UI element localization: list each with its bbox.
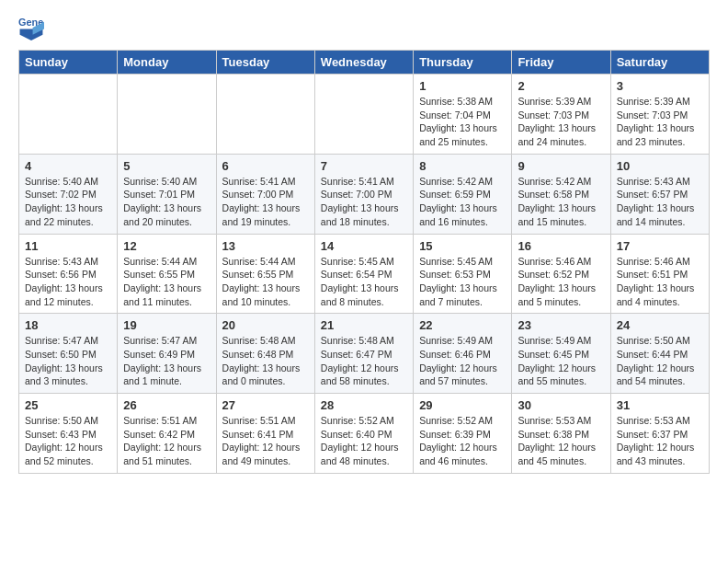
day-info: Sunrise: 5:50 AMSunset: 6:44 PMDaylight:… [617, 334, 703, 388]
page: General SundayMondayTuesdayWednesdayThur… [0, 0, 728, 488]
day-cell-empty-0-3 [314, 75, 413, 155]
week-row-1: 1Sunrise: 5:38 AMSunset: 7:04 PMDaylight… [19, 75, 710, 155]
day-number: 29 [419, 398, 506, 412]
day-cell-16: 16Sunrise: 5:46 AMSunset: 6:52 PMDayligh… [512, 234, 610, 314]
day-cell-31: 31Sunrise: 5:53 AMSunset: 6:37 PMDayligh… [610, 394, 709, 474]
day-info: Sunrise: 5:52 AMSunset: 6:39 PMDaylight:… [419, 414, 506, 468]
header-row: SundayMondayTuesdayWednesdayThursdayFrid… [19, 51, 710, 75]
day-info: Sunrise: 5:42 AMSunset: 6:58 PMDaylight:… [518, 175, 604, 229]
day-info: Sunrise: 5:40 AMSunset: 7:02 PMDaylight:… [25, 175, 111, 229]
day-cell-2: 2Sunrise: 5:39 AMSunset: 7:03 PMDaylight… [512, 75, 610, 155]
day-info: Sunrise: 5:51 AMSunset: 6:41 PMDaylight:… [222, 414, 309, 468]
day-cell-empty-0-1 [118, 75, 216, 155]
day-info: Sunrise: 5:52 AMSunset: 6:40 PMDaylight:… [321, 414, 407, 468]
day-info: Sunrise: 5:45 AMSunset: 6:53 PMDaylight:… [419, 255, 506, 309]
day-info: Sunrise: 5:43 AMSunset: 6:56 PMDaylight:… [25, 255, 111, 309]
day-number: 7 [321, 159, 407, 173]
day-info: Sunrise: 5:53 AMSunset: 6:37 PMDaylight:… [617, 414, 703, 468]
day-number: 30 [518, 398, 604, 412]
col-header-wednesday: Wednesday [314, 51, 413, 75]
day-cell-13: 13Sunrise: 5:44 AMSunset: 6:55 PMDayligh… [216, 234, 314, 314]
day-cell-4: 4Sunrise: 5:40 AMSunset: 7:02 PMDaylight… [19, 154, 118, 234]
day-number: 15 [419, 239, 506, 253]
col-header-sunday: Sunday [19, 51, 118, 75]
day-info: Sunrise: 5:53 AMSunset: 6:38 PMDaylight:… [518, 414, 604, 468]
day-number: 3 [617, 79, 703, 93]
day-number: 19 [123, 318, 210, 332]
day-number: 24 [617, 318, 703, 332]
day-number: 27 [222, 398, 309, 412]
day-cell-empty-0-2 [216, 75, 314, 155]
week-row-2: 4Sunrise: 5:40 AMSunset: 7:02 PMDaylight… [19, 154, 710, 234]
day-cell-22: 22Sunrise: 5:49 AMSunset: 6:46 PMDayligh… [414, 314, 512, 394]
day-cell-26: 26Sunrise: 5:51 AMSunset: 6:42 PMDayligh… [118, 394, 216, 474]
day-cell-3: 3Sunrise: 5:39 AMSunset: 7:03 PMDaylight… [610, 75, 709, 155]
day-cell-25: 25Sunrise: 5:50 AMSunset: 6:43 PMDayligh… [19, 394, 118, 474]
day-info: Sunrise: 5:43 AMSunset: 6:57 PMDaylight:… [617, 175, 703, 229]
day-info: Sunrise: 5:44 AMSunset: 6:55 PMDaylight:… [123, 255, 210, 309]
day-number: 20 [222, 318, 309, 332]
day-cell-18: 18Sunrise: 5:47 AMSunset: 6:50 PMDayligh… [19, 314, 118, 394]
day-number: 13 [222, 239, 309, 253]
day-info: Sunrise: 5:38 AMSunset: 7:04 PMDaylight:… [419, 95, 506, 149]
day-number: 2 [518, 79, 604, 93]
day-cell-12: 12Sunrise: 5:44 AMSunset: 6:55 PMDayligh… [118, 234, 216, 314]
day-number: 22 [419, 318, 506, 332]
day-number: 5 [123, 159, 210, 173]
day-cell-7: 7Sunrise: 5:41 AMSunset: 7:00 PMDaylight… [314, 154, 413, 234]
col-header-tuesday: Tuesday [216, 51, 314, 75]
day-cell-29: 29Sunrise: 5:52 AMSunset: 6:39 PMDayligh… [414, 394, 512, 474]
day-info: Sunrise: 5:46 AMSunset: 6:51 PMDaylight:… [617, 255, 703, 309]
day-cell-10: 10Sunrise: 5:43 AMSunset: 6:57 PMDayligh… [610, 154, 709, 234]
day-info: Sunrise: 5:49 AMSunset: 6:46 PMDaylight:… [419, 334, 506, 388]
day-number: 18 [25, 318, 111, 332]
day-info: Sunrise: 5:50 AMSunset: 6:43 PMDaylight:… [25, 414, 111, 468]
day-number: 28 [321, 398, 407, 412]
day-number: 31 [617, 398, 703, 412]
day-info: Sunrise: 5:48 AMSunset: 6:48 PMDaylight:… [222, 334, 309, 388]
day-info: Sunrise: 5:48 AMSunset: 6:47 PMDaylight:… [321, 334, 407, 388]
day-number: 21 [321, 318, 407, 332]
day-info: Sunrise: 5:49 AMSunset: 6:45 PMDaylight:… [518, 334, 604, 388]
day-number: 26 [123, 398, 210, 412]
day-info: Sunrise: 5:51 AMSunset: 6:42 PMDaylight:… [123, 414, 210, 468]
day-cell-6: 6Sunrise: 5:41 AMSunset: 7:00 PMDaylight… [216, 154, 314, 234]
day-cell-empty-0-0 [19, 75, 118, 155]
day-info: Sunrise: 5:47 AMSunset: 6:50 PMDaylight:… [25, 334, 111, 388]
day-number: 6 [222, 159, 309, 173]
day-cell-19: 19Sunrise: 5:47 AMSunset: 6:49 PMDayligh… [118, 314, 216, 394]
day-cell-24: 24Sunrise: 5:50 AMSunset: 6:44 PMDayligh… [610, 314, 709, 394]
day-number: 17 [617, 239, 703, 253]
day-cell-23: 23Sunrise: 5:49 AMSunset: 6:45 PMDayligh… [512, 314, 610, 394]
day-cell-28: 28Sunrise: 5:52 AMSunset: 6:40 PMDayligh… [314, 394, 413, 474]
day-cell-9: 9Sunrise: 5:42 AMSunset: 6:58 PMDaylight… [512, 154, 610, 234]
day-cell-11: 11Sunrise: 5:43 AMSunset: 6:56 PMDayligh… [19, 234, 118, 314]
day-cell-14: 14Sunrise: 5:45 AMSunset: 6:54 PMDayligh… [314, 234, 413, 314]
header: General [18, 15, 710, 40]
general-blue-logo-icon: General [18, 15, 44, 40]
day-number: 12 [123, 239, 210, 253]
col-header-monday: Monday [118, 51, 216, 75]
day-number: 23 [518, 318, 604, 332]
day-info: Sunrise: 5:41 AMSunset: 7:00 PMDaylight:… [321, 175, 407, 229]
day-number: 8 [419, 159, 506, 173]
day-number: 9 [518, 159, 604, 173]
day-cell-21: 21Sunrise: 5:48 AMSunset: 6:47 PMDayligh… [314, 314, 413, 394]
day-cell-27: 27Sunrise: 5:51 AMSunset: 6:41 PMDayligh… [216, 394, 314, 474]
day-info: Sunrise: 5:41 AMSunset: 7:00 PMDaylight:… [222, 175, 309, 229]
day-info: Sunrise: 5:42 AMSunset: 6:59 PMDaylight:… [419, 175, 506, 229]
day-info: Sunrise: 5:44 AMSunset: 6:55 PMDaylight:… [222, 255, 309, 309]
day-info: Sunrise: 5:40 AMSunset: 7:01 PMDaylight:… [123, 175, 210, 229]
day-info: Sunrise: 5:39 AMSunset: 7:03 PMDaylight:… [518, 95, 604, 149]
col-header-saturday: Saturday [610, 51, 709, 75]
logo: General [18, 15, 50, 40]
day-number: 25 [25, 398, 111, 412]
week-row-5: 25Sunrise: 5:50 AMSunset: 6:43 PMDayligh… [19, 394, 710, 474]
day-number: 11 [25, 239, 111, 253]
day-cell-5: 5Sunrise: 5:40 AMSunset: 7:01 PMDaylight… [118, 154, 216, 234]
day-info: Sunrise: 5:39 AMSunset: 7:03 PMDaylight:… [617, 95, 703, 149]
day-number: 14 [321, 239, 407, 253]
col-header-thursday: Thursday [414, 51, 512, 75]
day-cell-20: 20Sunrise: 5:48 AMSunset: 6:48 PMDayligh… [216, 314, 314, 394]
day-number: 16 [518, 239, 604, 253]
